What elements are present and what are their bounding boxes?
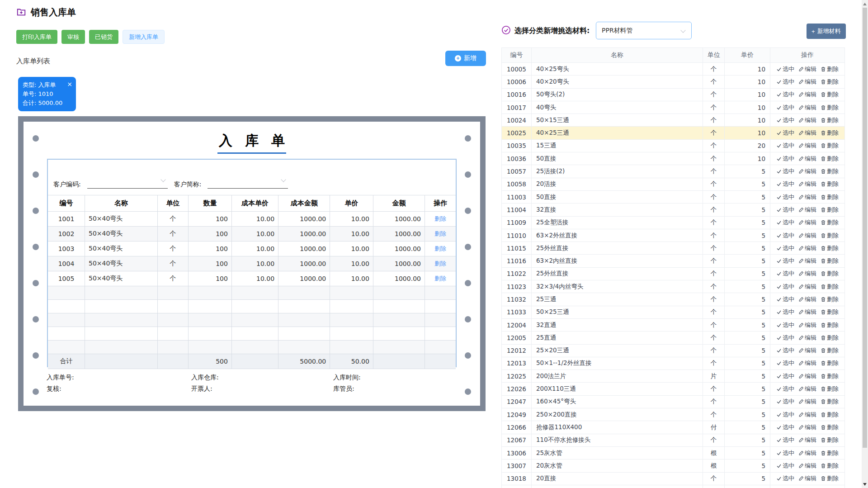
materials-row[interactable]: 1002540×25三通个10选中编辑删除 bbox=[502, 127, 845, 139]
select-action[interactable]: 选中 bbox=[776, 257, 794, 265]
materials-row[interactable]: 12049250×200直接个5选中编辑删除 bbox=[502, 408, 845, 421]
select-action[interactable]: 选中 bbox=[776, 193, 794, 201]
delete-action[interactable]: 删除 bbox=[821, 142, 839, 150]
select-action[interactable]: 选中 bbox=[776, 372, 794, 380]
materials-row[interactable]: 12066抢修器110X400付5选中编辑删除 bbox=[502, 421, 845, 434]
customer-name-input[interactable] bbox=[208, 180, 288, 189]
select-action[interactable]: 选中 bbox=[776, 129, 794, 137]
select-action[interactable]: 选中 bbox=[776, 116, 794, 124]
delete-action[interactable]: 删除 bbox=[821, 423, 839, 431]
select-action[interactable]: 选中 bbox=[776, 436, 794, 444]
materials-row[interactable]: 1100432直接个5选中编辑删除 bbox=[502, 204, 845, 216]
edit-action[interactable]: 编辑 bbox=[798, 295, 816, 303]
materials-row[interactable]: 1003650直接个10选中编辑删除 bbox=[502, 152, 845, 165]
delete-action[interactable]: 删除 bbox=[821, 232, 839, 240]
delete-action[interactable]: 删除 bbox=[821, 398, 839, 406]
delete-action[interactable]: 删除 bbox=[821, 244, 839, 252]
edit-action[interactable]: 编辑 bbox=[798, 334, 816, 342]
materials-row[interactable]: 1102332×3/4内丝弯头个5选中编辑删除 bbox=[502, 280, 845, 293]
category-select[interactable]: PPR材料管 bbox=[596, 22, 692, 39]
delete-action[interactable]: 删除 bbox=[821, 346, 839, 355]
delete-link[interactable]: 删除 bbox=[434, 230, 446, 237]
select-action[interactable]: 选中 bbox=[776, 398, 794, 406]
edit-action[interactable]: 编辑 bbox=[798, 244, 816, 252]
materials-row[interactable]: 1103225三通个5选中编辑删除 bbox=[502, 293, 845, 306]
materials-row[interactable]: 1101525外丝直接个5选中编辑删除 bbox=[502, 242, 845, 255]
delete-action[interactable]: 删除 bbox=[821, 270, 839, 278]
scroll-down-icon[interactable] bbox=[863, 483, 867, 486]
select-action[interactable]: 选中 bbox=[776, 206, 794, 214]
customer-code-input[interactable] bbox=[87, 180, 168, 189]
materials-row[interactable]: 1001740弯头个10选中编辑删除 bbox=[502, 101, 845, 114]
delete-action[interactable]: 删除 bbox=[821, 474, 839, 483]
scrollbar-thumb[interactable] bbox=[863, 8, 867, 448]
delete-action[interactable]: 删除 bbox=[821, 385, 839, 393]
materials-row[interactable]: 1300625灰水管根5选中编辑删除 bbox=[502, 446, 845, 459]
delete-action[interactable]: 删除 bbox=[821, 116, 839, 124]
select-action[interactable]: 选中 bbox=[776, 155, 794, 163]
delete-action[interactable]: 删除 bbox=[821, 78, 839, 86]
select-action[interactable]: 选中 bbox=[776, 270, 794, 278]
delete-action[interactable]: 删除 bbox=[821, 411, 839, 419]
delete-action[interactable]: 删除 bbox=[821, 462, 839, 470]
edit-action[interactable]: 编辑 bbox=[798, 308, 816, 316]
delete-action[interactable]: 删除 bbox=[821, 372, 839, 380]
materials-row[interactable]: 1300720灰水管根5选中编辑删除 bbox=[502, 460, 845, 472]
delete-action[interactable]: 删除 bbox=[821, 436, 839, 444]
edit-action[interactable]: 编辑 bbox=[798, 180, 816, 188]
select-action[interactable]: 选中 bbox=[776, 244, 794, 252]
edit-action[interactable]: 编辑 bbox=[798, 449, 816, 457]
select-action[interactable]: 选中 bbox=[776, 142, 794, 150]
delete-link[interactable]: 删除 bbox=[434, 275, 446, 282]
edit-action[interactable]: 编辑 bbox=[798, 65, 816, 73]
materials-row[interactable]: 1301950活接个5选中编辑删除 bbox=[502, 485, 845, 488]
materials-row[interactable]: 12047160×45°弯头个5选中编辑删除 bbox=[502, 395, 845, 408]
edit-action[interactable]: 编辑 bbox=[798, 398, 816, 406]
materials-row[interactable]: 1001650弯头(2)个10选中编辑删除 bbox=[502, 88, 845, 101]
scroll-up-icon[interactable] bbox=[863, 3, 867, 5]
materials-row[interactable]: 1005725活接(2)个5选中编辑删除 bbox=[502, 165, 845, 178]
select-action[interactable]: 选中 bbox=[776, 78, 794, 86]
edit-action[interactable]: 编辑 bbox=[798, 142, 816, 150]
delete-action[interactable]: 删除 bbox=[821, 218, 839, 227]
select-action[interactable]: 选中 bbox=[776, 90, 794, 99]
select-action[interactable]: 选中 bbox=[776, 385, 794, 393]
materials-row[interactable]: 1101063×2外丝直接个5选中编辑删除 bbox=[502, 229, 845, 242]
materials-row[interactable]: 1000540×25弯头个10选中编辑删除 bbox=[502, 63, 845, 76]
delete-action[interactable]: 删除 bbox=[821, 359, 839, 367]
delete-action[interactable]: 删除 bbox=[821, 206, 839, 214]
edit-action[interactable]: 编辑 bbox=[798, 462, 816, 470]
select-action[interactable]: 选中 bbox=[776, 65, 794, 73]
edit-action[interactable]: 编辑 bbox=[798, 372, 816, 380]
delete-action[interactable]: 删除 bbox=[821, 334, 839, 342]
select-action[interactable]: 选中 bbox=[776, 359, 794, 367]
page-scrollbar[interactable] bbox=[862, 0, 868, 488]
delete-action[interactable]: 删除 bbox=[821, 65, 839, 73]
edit-action[interactable]: 编辑 bbox=[798, 474, 816, 483]
audit-button[interactable]: 审核 bbox=[61, 30, 85, 44]
edit-action[interactable]: 编辑 bbox=[798, 359, 816, 367]
select-action[interactable]: 选中 bbox=[776, 423, 794, 431]
select-action[interactable]: 选中 bbox=[776, 180, 794, 188]
edit-action[interactable]: 编辑 bbox=[798, 167, 816, 175]
edit-action[interactable]: 编辑 bbox=[798, 270, 816, 278]
edit-action[interactable]: 编辑 bbox=[798, 104, 816, 112]
delete-action[interactable]: 删除 bbox=[821, 155, 839, 163]
delete-link[interactable]: 删除 bbox=[434, 245, 446, 252]
delete-action[interactable]: 删除 bbox=[821, 167, 839, 175]
edit-action[interactable]: 编辑 bbox=[798, 193, 816, 201]
materials-row[interactable]: 1000640×20弯头个10选中编辑删除 bbox=[502, 76, 845, 88]
edit-action[interactable]: 编辑 bbox=[798, 423, 816, 431]
delete-action[interactable]: 删除 bbox=[821, 295, 839, 303]
edit-action[interactable]: 编辑 bbox=[798, 116, 816, 124]
edit-action[interactable]: 编辑 bbox=[798, 411, 816, 419]
select-action[interactable]: 选中 bbox=[776, 308, 794, 316]
materials-row[interactable]: 12067110不停水抢修接头个5选中编辑删除 bbox=[502, 434, 845, 446]
add-row-button[interactable]: + 新增 bbox=[445, 51, 486, 66]
select-action[interactable]: 选中 bbox=[776, 167, 794, 175]
edit-action[interactable]: 编辑 bbox=[798, 155, 816, 163]
materials-row[interactable]: 12026200X110三通个5选中编辑删除 bbox=[502, 383, 845, 395]
edit-action[interactable]: 编辑 bbox=[798, 218, 816, 227]
select-action[interactable]: 选中 bbox=[776, 295, 794, 303]
select-action[interactable]: 选中 bbox=[776, 321, 794, 329]
